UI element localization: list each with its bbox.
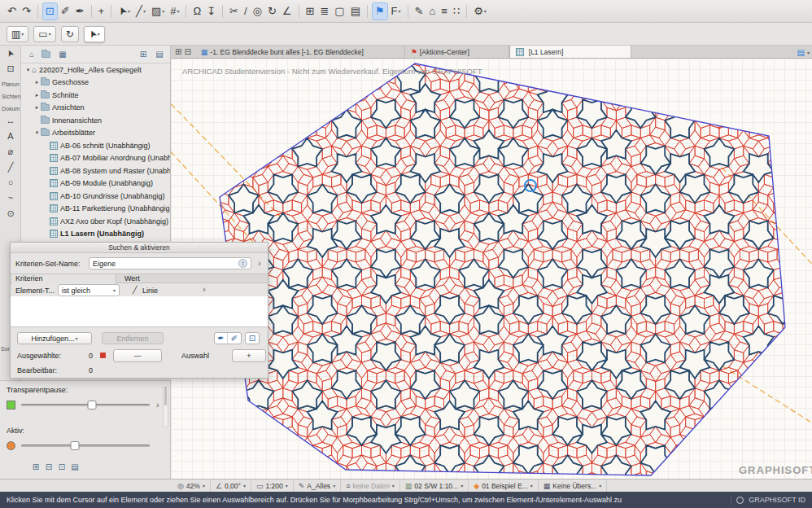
tree-item-worksheet[interactable]: AB-10 Grundrisse (Unabhängig) [21,190,170,203]
expand-arrow-icon[interactable]: ▸ [33,79,41,85]
layers-button[interactable]: ≣ [317,2,331,20]
tree-view-icon[interactable]: ⊞ [137,48,150,61]
drag-reference-icon[interactable]: ⊡ [55,461,68,472]
status-model[interactable]: ◆01 Beispiel E...▾ [469,480,539,492]
view-preset-button[interactable]: ▥▾ [7,26,28,42]
select-button[interactable]: + [232,349,266,362]
pane-preset-button[interactable]: ▭▾ [33,26,55,42]
line-tools-button[interactable]: ╱▾ [133,2,148,20]
tree-item-worksheet[interactable]: AB-08 System und Raster (Unabhän [21,164,170,177]
dimension-tool-button[interactable]: ↔ [0,113,21,129]
expand-arrow-icon[interactable]: ▾ [24,67,32,73]
library-button[interactable]: ⌂ [426,2,438,20]
fit-view-button[interactable]: ⊞ [303,2,317,20]
spline-tool-button[interactable]: ~ [0,190,21,206]
eyedropper-icon[interactable]: ✐ [228,333,241,344]
criteria-field[interactable]: Element-T... [15,287,55,295]
find-select-header[interactable]: Suchen & aktivieren [11,243,268,253]
tree-item-worksheet[interactable]: AX2 Axo über Kopf (Unabhängig) [21,215,170,228]
tree-item-worksheet[interactable]: L1 Lasern (Unabhängig) [21,228,170,241]
trace-color-swatch[interactable] [7,401,15,409]
criteria-column-header[interactable]: Kriterien [12,274,116,283]
select-tools-button[interactable]: ➤▾ [116,2,133,20]
diameter-tool-button[interactable]: ⌀ [0,144,21,160]
view-tab[interactable]: ⚑[Aktions-Center] [405,46,509,58]
grid-view-icon[interactable]: ⊞ [175,47,181,56]
arrow-tool-button[interactable]: ➤▾ [84,26,105,42]
tree-item-worksheet[interactable]: AB-07 Mobiliar Anordnung (Unabhän [21,152,170,165]
status-overlay[interactable]: ▦Keine Übers...▾ [539,480,607,492]
teamwork-icon[interactable]: ▦ [56,48,69,61]
stepper-icon[interactable]: ↕ [238,259,247,268]
pen-sets-button[interactable]: ✎ [413,2,426,20]
rotate-reference-icon[interactable]: ▤ [68,461,81,472]
grid-snap-button[interactable]: #▾ [168,2,181,20]
scrollbar[interactable] [163,383,168,428]
refresh-button[interactable]: ↻ [61,26,79,42]
action-flag-button[interactable]: ⚑ [372,2,388,20]
expand-arrow-icon[interactable]: ▸ [33,104,41,111]
eyedropper-button[interactable]: ✐ [59,2,72,20]
tree-item-folder[interactable]: Innenansichten [21,114,170,127]
line-tool-button[interactable]: ╱ [0,160,21,175]
open-project-icon[interactable]: ⌂ [25,48,38,61]
tree-item-folder[interactable]: ▸Geschosse [21,77,170,90]
tree-item-worksheet[interactable]: AB-09 Module (Unabhängig) [21,177,170,190]
star-elements[interactable] [229,64,798,480]
expand-arrow-icon[interactable]: ▾ [33,129,41,136]
monitor-button[interactable]: ▤ [348,2,363,20]
view-tab[interactable]: [L1 Lasern] [509,46,631,58]
graphisoft-id-area[interactable]: GRAPHISOFT ID [731,495,805,505]
trim-button[interactable]: / [242,2,250,20]
tree-item-worksheet[interactable]: AB-11 Parkettierung (Unabhängig) [21,203,170,216]
value-expand-chevron[interactable]: › [203,285,206,294]
slider-knob[interactable] [87,401,96,409]
status-pen[interactable]: ✎A_Alles▾ [294,480,341,492]
tree-item-root[interactable]: ▾⌂220207_Hölle_Alles Gespiegelt [21,64,170,77]
axis-button[interactable]: + [96,2,107,20]
status-magnifier[interactable]: ◎42%▾ [172,480,211,492]
trace-expand-chevron[interactable]: › [156,401,159,409]
tree-item-folder[interactable]: ▾Arbeitsblätter [21,127,170,140]
settings-button[interactable]: ⚙▾ [471,2,489,20]
add-criteria-button[interactable]: Hinzufügen... ▾ [17,332,92,344]
slider-knob[interactable] [71,441,80,450]
redo-button[interactable]: ↷ [20,2,33,20]
syringe-icon[interactable]: ✒ [215,333,228,344]
active-color-swatch[interactable] [7,441,15,450]
status-protractor[interactable]: ∠0,00°▾ [211,480,251,492]
tree-item-folder[interactable]: ▸Ansichten [21,102,170,115]
hotspot-tool-button[interactable]: ⊙ [0,206,21,221]
pick-reference-icon[interactable]: ⊞ [29,461,42,472]
split-view-icon[interactable]: ⊟ [184,47,190,56]
marquee-tool-button[interactable]: ⊡ [0,61,21,77]
trace-opacity-slider[interactable] [21,401,150,409]
marquee-mode-button[interactable]: ⊡ [42,2,58,20]
status-pens[interactable]: ▥02 S/W 1:10...▾ [400,480,469,492]
remove-criteria-button[interactable]: Entfernen [102,332,164,344]
view-tab[interactable]: ▦-1. EG Blenddecke bunt alles [-1. EG Bl… [195,46,405,58]
circle-tool-button[interactable]: ○ [0,175,21,190]
favorites-button[interactable]: F▾ [389,2,404,20]
swap-reference-icon[interactable]: ⊟ [42,461,55,472]
criteria-value[interactable]: Linie [142,287,158,295]
select-arrow-tool-button[interactable]: ➤ [0,46,21,61]
magnet-button[interactable]: Ω [190,2,203,20]
list-view-icon[interactable]: ▤ [153,48,166,61]
angle-button[interactable]: ∠ [280,2,295,20]
undo-button[interactable]: ↶ [5,2,19,20]
fill-tools-button[interactable]: ▨▾ [149,2,167,20]
scissors-button[interactable]: ✂ [227,2,241,20]
tree-item-worksheet[interactable]: AB-06 schnitt (Unabhängig) [21,139,170,152]
criteria-set-expand-chevron[interactable]: › [258,259,261,268]
tree-item-folder[interactable]: ▸Schnitte [21,89,170,102]
text-tool-button[interactable]: A [0,129,21,144]
status-database[interactable]: ≡keine Daten▾ [341,480,400,492]
zoom-button[interactable]: ◎ [251,2,264,20]
operator-dropdown[interactable]: ist gleich ▾ [58,284,120,296]
marquee-icon[interactable]: ⊡ [246,333,259,344]
folders-icon[interactable] [41,51,50,58]
books-button[interactable]: ≡ [439,2,450,20]
criteria-list[interactable] [11,296,268,327]
rotate-button[interactable]: ↻ [265,2,279,20]
